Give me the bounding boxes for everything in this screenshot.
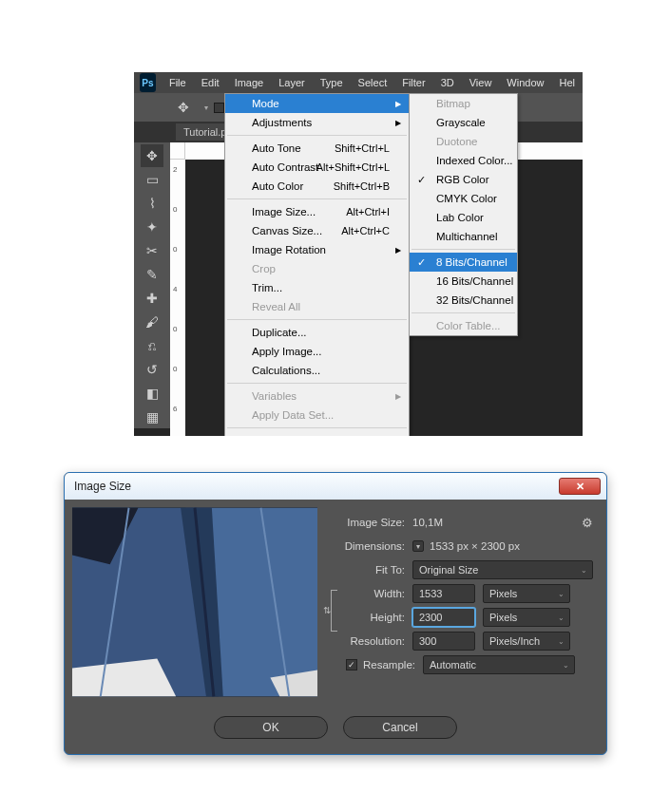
menu-separator bbox=[227, 135, 407, 136]
image-menu-dropdown[interactable]: Mode▶Adjustments▶Auto ToneShift+Ctrl+LAu… bbox=[224, 93, 410, 436]
mode-menu-indexed-color[interactable]: Indexed Color... bbox=[410, 151, 517, 170]
menu-item-label: Duotone bbox=[436, 136, 477, 147]
image-size-label: Image Size: bbox=[327, 517, 412, 528]
height-unit-select[interactable]: Pixels⌄ bbox=[483, 608, 570, 627]
mode-menu-color-table: Color Table... bbox=[410, 316, 517, 335]
dialog-title: Image Size bbox=[74, 480, 559, 493]
menu-item-label: Reveal All bbox=[252, 301, 300, 312]
chevron-down-icon: ⌄ bbox=[563, 661, 569, 670]
mode-menu-rgb-color[interactable]: ✓RGB Color bbox=[410, 170, 517, 189]
submenu-arrow-icon: ▶ bbox=[395, 119, 401, 127]
menu-item-label: Auto Tone bbox=[252, 142, 301, 154]
height-input[interactable]: 2300 bbox=[412, 608, 475, 627]
ruler-tick: 0 bbox=[173, 205, 177, 214]
menu-edit[interactable]: Edit bbox=[194, 74, 227, 91]
ruler-tick: 0 bbox=[173, 325, 177, 333]
crop-tool[interactable]: ✂ bbox=[141, 239, 163, 262]
image-menu-apply-image[interactable]: Apply Image... bbox=[225, 342, 409, 361]
image-menu-auto-contrast[interactable]: Auto ContrastAlt+Shift+Ctrl+L bbox=[225, 158, 409, 177]
image-menu-auto-color[interactable]: Auto ColorShift+Ctrl+B bbox=[225, 177, 409, 196]
clone-stamp-tool[interactable]: ⎌ bbox=[141, 334, 163, 357]
resample-checkbox[interactable]: ✓ bbox=[346, 659, 357, 670]
menu-view[interactable]: View bbox=[462, 74, 500, 91]
gear-icon[interactable]: ⚙ bbox=[582, 516, 593, 530]
mode-menu-lab-color[interactable]: Lab Color bbox=[410, 208, 517, 227]
mode-menu-cmyk-color[interactable]: CMYK Color bbox=[410, 189, 517, 208]
dimensions-disclose-icon[interactable]: ▾ bbox=[412, 540, 424, 552]
menu-item-label: Trim... bbox=[252, 282, 282, 293]
fit-to-label: Fit To: bbox=[327, 564, 412, 576]
magic-wand-tool[interactable]: ✦ bbox=[141, 216, 163, 238]
width-input[interactable]: 1533 bbox=[412, 584, 475, 603]
dialog-titlebar: Image Size ✕ bbox=[65, 473, 606, 500]
menu-item-label: Multichannel bbox=[436, 231, 498, 242]
image-menu-image-rotation[interactable]: Image Rotation▶ bbox=[225, 240, 409, 259]
menu-item-label: Lab Color bbox=[436, 212, 484, 223]
healing-brush-tool[interactable]: ✚ bbox=[141, 287, 163, 310]
menu-item-label: 16 Bits/Channel bbox=[436, 275, 513, 287]
eraser-tool[interactable]: ◧ bbox=[141, 382, 163, 405]
menu-file[interactable]: File bbox=[162, 74, 194, 91]
menu-item-label: RGB Color bbox=[436, 174, 489, 185]
resolution-unit-select[interactable]: Pixels/Inch⌄ bbox=[483, 632, 570, 651]
resolution-label: Resolution: bbox=[327, 635, 412, 647]
image-menu-duplicate[interactable]: Duplicate... bbox=[225, 323, 409, 342]
menu-filter[interactable]: Filter bbox=[394, 74, 432, 91]
gradient-tool[interactable]: ▦ bbox=[141, 406, 163, 428]
preview-thumbnail bbox=[72, 507, 317, 697]
ruler-tick: 0 bbox=[173, 365, 177, 373]
brush-tool[interactable]: 🖌 bbox=[141, 311, 163, 333]
mode-menu-multichannel[interactable]: Multichannel bbox=[410, 227, 517, 246]
image-menu-canvas-size[interactable]: Canvas Size...Alt+Ctrl+C bbox=[225, 221, 409, 240]
menu-window[interactable]: Window bbox=[499, 74, 551, 91]
resample-select[interactable]: Automatic⌄ bbox=[423, 655, 575, 674]
menu-select[interactable]: Select bbox=[351, 74, 395, 91]
submenu-arrow-icon: ▶ bbox=[395, 100, 401, 108]
resample-label: Resample: bbox=[363, 659, 415, 670]
image-menu-crop: Crop bbox=[225, 259, 409, 278]
image-menu-adjustments[interactable]: Adjustments▶ bbox=[225, 113, 409, 132]
menu-type[interactable]: Type bbox=[313, 74, 351, 91]
eyedropper-tool[interactable]: ✎ bbox=[141, 263, 163, 286]
menu-item-label: Image Rotation bbox=[252, 244, 326, 255]
width-unit-select[interactable]: Pixels⌄ bbox=[483, 584, 570, 603]
menu-3d[interactable]: 3D bbox=[433, 74, 462, 91]
menu-item-label: Apply Image... bbox=[252, 346, 322, 357]
lasso-tool[interactable]: ⌇ bbox=[141, 192, 163, 215]
menu-separator bbox=[227, 319, 407, 320]
menu-hel[interactable]: Hel bbox=[551, 74, 583, 91]
auto-select-checkbox[interactable] bbox=[214, 103, 224, 113]
mode-menu-8-bits-channel[interactable]: ✓8 Bits/Channel bbox=[410, 253, 517, 272]
mode-menu-grayscale[interactable]: Grayscale bbox=[410, 113, 517, 132]
move-tool[interactable]: ✥ bbox=[141, 144, 163, 167]
link-dimensions-icon[interactable]: ⇅ bbox=[327, 590, 336, 632]
mode-menu-duotone: Duotone bbox=[410, 132, 517, 151]
menu-item-label: Indexed Color... bbox=[436, 155, 513, 166]
menu-item-label: Crop bbox=[252, 263, 276, 274]
mode-menu-16-bits-channel[interactable]: 16 Bits/Channel bbox=[410, 272, 517, 291]
ok-button[interactable]: OK bbox=[214, 716, 328, 739]
image-menu-auto-tone[interactable]: Auto ToneShift+Ctrl+L bbox=[225, 139, 409, 158]
mode-menu-32-bits-channel[interactable]: 32 Bits/Channel bbox=[410, 291, 517, 310]
history-brush-tool[interactable]: ↺ bbox=[141, 358, 163, 381]
tool-preset-chevron-icon[interactable]: ▾ bbox=[204, 104, 208, 112]
menu-image[interactable]: Image bbox=[227, 74, 272, 91]
resolution-input[interactable]: 300 bbox=[412, 632, 475, 651]
cancel-button[interactable]: Cancel bbox=[343, 716, 457, 739]
image-menu-calculations[interactable]: Calculations... bbox=[225, 361, 409, 380]
submenu-arrow-icon: ▶ bbox=[395, 246, 401, 255]
image-menu-image-size[interactable]: Image Size...Alt+Ctrl+I bbox=[225, 202, 409, 221]
menu-item-label: CMYK Color bbox=[436, 193, 497, 204]
menu-separator bbox=[412, 249, 515, 250]
image-menu-trim[interactable]: Trim... bbox=[225, 278, 409, 297]
shortcut-label: Alt+Ctrl+I bbox=[346, 206, 390, 217]
menu-layer[interactable]: Layer bbox=[271, 74, 313, 91]
fit-to-select[interactable]: Original Size⌄ bbox=[412, 560, 593, 579]
tools-panel: ✥ ▭ ⌇ ✦ ✂ ✎ ✚ 🖌 ⎌ ↺ ◧ ▦ bbox=[134, 142, 170, 428]
close-button[interactable]: ✕ bbox=[559, 478, 601, 495]
image-menu-mode[interactable]: Mode▶ bbox=[225, 94, 409, 113]
mode-submenu[interactable]: BitmapGrayscaleDuotoneIndexed Color...✓R… bbox=[409, 93, 518, 336]
chevron-down-icon: ⌄ bbox=[558, 614, 565, 622]
menu-item-label: Adjustments bbox=[252, 117, 312, 128]
marquee-tool[interactable]: ▭ bbox=[141, 168, 163, 191]
